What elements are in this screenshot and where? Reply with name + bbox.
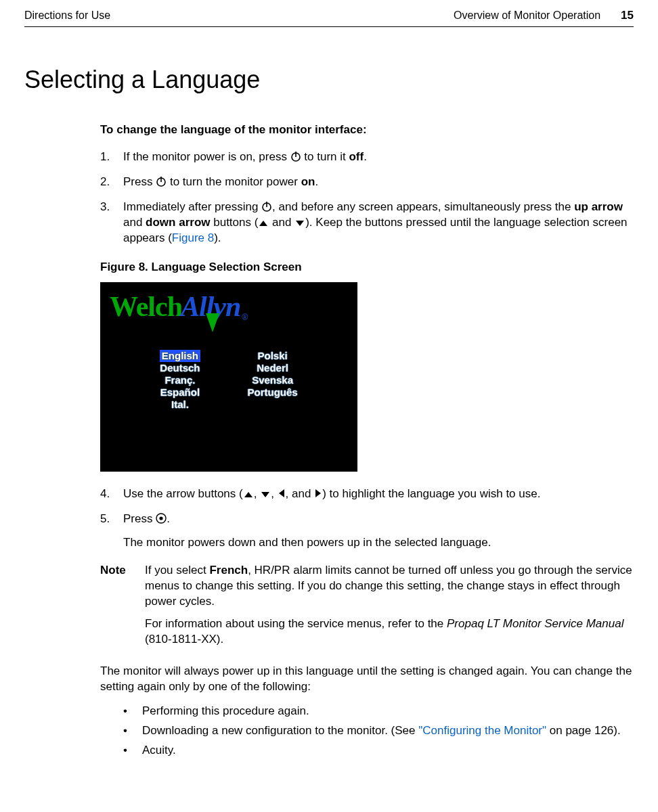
language-option-francais[interactable]: Franç. [160,374,200,386]
intro-heading: To change the language of the monitor in… [100,122,634,138]
language-option-nederlands[interactable]: Nederl [248,362,298,374]
figure-caption: Figure 8. Language Selection Screen [100,260,634,275]
select-button-icon [156,513,167,524]
header-left: Directions for Use [24,8,110,23]
page-number: 15 [621,8,634,24]
language-selection-screenshot: WelchAllyn® English Deutsch Franç. Españ… [100,282,357,472]
step-4: 4. Use the arrow buttons (, , , and ) to… [100,487,634,502]
language-column-2: Polski Nederl Svenska Português [248,350,298,411]
language-list: English Deutsch Franç. Español Ital. Pol… [100,350,357,411]
up-arrow-icon [243,491,254,499]
power-icon [290,151,301,162]
up-arrow-icon [258,219,269,227]
option-acuity: Acuity. [123,743,634,759]
page-header: Directions for Use Overview of Monitor O… [0,0,658,26]
option-download: Downloading a new configuration to the m… [123,723,634,739]
left-arrow-icon [278,488,286,499]
down-arrow-icon [260,491,271,499]
power-icon [156,176,167,187]
note-label: Note [100,563,145,654]
figure-8-link[interactable]: Figure 8 [172,231,214,244]
note-paragraph-2: For information about using the service … [145,616,634,648]
logo-tail-icon [206,313,219,332]
language-option-italiano[interactable]: Ital. [160,399,200,411]
page-title: Selecting a Language [24,64,634,97]
language-option-svenska[interactable]: Svenska [248,374,298,386]
step-1: 1. If the monitor power is on, press to … [100,150,634,165]
language-option-portugues[interactable]: Português [248,386,298,399]
power-icon [261,201,272,212]
language-option-polski[interactable]: Polski [248,350,298,362]
step-5-result: The monitor powers down and then powers … [123,535,634,551]
option-repeat: Performing this procedure again. [123,704,634,719]
right-arrow-icon [314,488,322,499]
language-option-deutsch[interactable]: Deutsch [160,362,200,374]
language-option-espanol[interactable]: Español [160,386,200,399]
note-block: Note If you select French, HR/PR alarm l… [100,563,634,654]
closing-paragraph: The monitor will always power up in this… [100,664,634,695]
welch-allyn-logo: WelchAllyn® [110,288,246,326]
options-list: Performing this procedure again. Downloa… [123,704,634,759]
step-2: 2. Press to turn the monitor power on. [100,175,634,190]
down-arrow-icon [294,219,305,227]
language-column-1: English Deutsch Franç. Español Ital. [160,350,200,411]
step-5: 5. Press . The monitor powers down and t… [100,512,634,551]
header-right: Overview of Monitor Operation [454,8,600,23]
step-3: 3. Immediately after pressing , and befo… [100,200,634,246]
language-option-english[interactable]: English [160,350,200,362]
note-paragraph-1: If you select French, HR/PR alarm limits… [145,563,634,610]
configuring-monitor-link[interactable]: "Configuring the Monitor" [418,724,546,737]
